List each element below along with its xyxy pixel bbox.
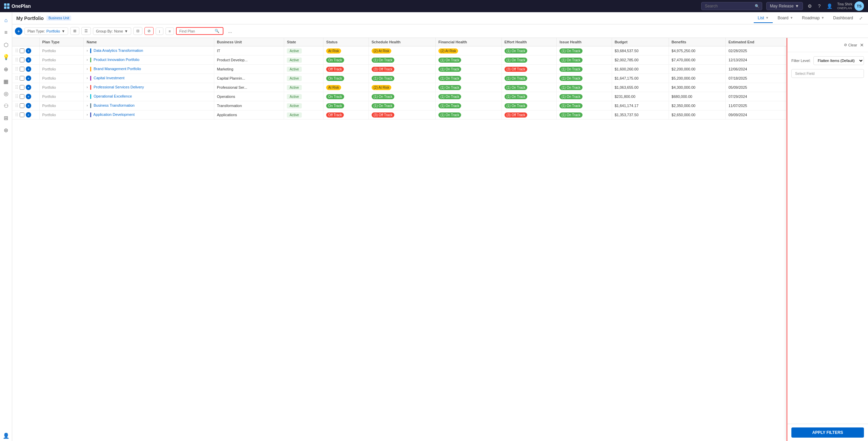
plan-name-link[interactable]: Product Innovation Portfolio [94, 58, 139, 62]
sidebar-item-plans[interactable]: ≡ [1, 27, 12, 38]
clear-filters-button[interactable]: ⊘ Clear [841, 41, 860, 48]
row-add-button[interactable]: + [26, 66, 31, 72]
plan-name-link[interactable]: Professional Services Delivery [94, 85, 144, 89]
drag-handle[interactable]: ⠿ [15, 94, 18, 99]
row-checkbox[interactable] [20, 112, 24, 117]
row-checkbox[interactable] [20, 67, 24, 71]
apply-filters-button[interactable]: APPLY FILTERS [791, 427, 864, 438]
drag-handle[interactable]: ⠿ [15, 103, 18, 108]
drag-handle[interactable]: ⠿ [15, 85, 18, 90]
row-add-button[interactable]: + [26, 57, 31, 63]
sidebar-item-calendar[interactable]: ▦ [1, 76, 12, 87]
issue-health-cell: (1) On Track [557, 65, 612, 74]
sidebar-item-globe[interactable]: ◎ [1, 88, 12, 99]
benefits-cell: $680,000.00 [669, 92, 726, 101]
tab-dashboard[interactable]: Dashboard [829, 14, 857, 23]
tab-list[interactable]: List ▼ [754, 14, 773, 23]
row-add-button[interactable]: + [26, 85, 31, 90]
state-badge: Active [287, 112, 301, 118]
row-checkbox[interactable] [20, 48, 24, 53]
row-checkbox[interactable] [20, 103, 24, 108]
benefits-value: $2,350,000.00 [672, 104, 695, 108]
plan-name-link[interactable]: Capital Investment [94, 76, 124, 80]
more-options-button[interactable]: ... [225, 27, 235, 35]
expand-view-button[interactable]: ⤢ [858, 15, 864, 22]
expand-arrow[interactable]: › [86, 85, 87, 89]
sidebar-item-resources[interactable]: ⬡ [1, 39, 12, 50]
benefits-value: $680,000.00 [672, 94, 692, 99]
drag-handle[interactable]: ⠿ [15, 76, 18, 81]
row-add-button[interactable]: + [26, 76, 31, 81]
financial-health-badge: (1) On Track [438, 103, 461, 108]
sidebar-item-ideas[interactable]: 💡 [1, 51, 12, 62]
row-actions-cell: ⠿ + [12, 83, 39, 92]
business-unit-cell: Product Develop... [214, 56, 284, 65]
filter-level-select[interactable]: Flatten Items (Default) [813, 56, 864, 65]
col-effort-health: Effort Health [501, 38, 557, 46]
expand-arrow[interactable]: › [86, 113, 87, 117]
plan-type-label: Plan Type: [27, 29, 45, 33]
density-button[interactable]: ≡ [165, 27, 174, 35]
expand-arrow[interactable]: › [86, 67, 87, 71]
add-item-button[interactable]: + [15, 27, 22, 35]
estimated-end-value: 11/07/2025 [728, 104, 747, 108]
list-view-button[interactable]: ☰ [81, 27, 91, 35]
group-by-selector[interactable]: Group By: None ▼ [93, 27, 131, 35]
expand-arrow[interactable]: › [86, 104, 87, 107]
avatar: TS [854, 1, 864, 11]
plan-name-cell: › Business Transformation [84, 101, 214, 110]
sidebar-item-people[interactable]: ⚇ [1, 100, 12, 111]
effort-health-cell: (1) On Track [501, 83, 557, 92]
drag-handle[interactable]: ⠿ [15, 112, 18, 118]
financial-health-cell: (2) At Risk [435, 46, 501, 56]
plan-name-link[interactable]: Brand Management Portfolio [94, 67, 141, 71]
columns-button[interactable]: ⊟ [133, 27, 142, 35]
plan-type-value: Portfolio [42, 67, 56, 71]
expand-arrow[interactable]: › [86, 76, 87, 80]
row-checkbox[interactable] [20, 58, 24, 62]
sidebar-item-integrations[interactable]: ⊛ [1, 125, 12, 135]
row-checkbox[interactable] [20, 94, 24, 99]
sidebar-item-settings[interactable]: ⊕ [1, 64, 12, 75]
close-filter-panel-button[interactable]: ✕ [860, 42, 864, 48]
expand-arrow[interactable]: › [86, 94, 87, 98]
sidebar-item-user[interactable]: 👤 [1, 430, 12, 441]
plan-name-link[interactable]: Application Development [93, 112, 135, 117]
tab-roadmap[interactable]: Roadmap ▼ [798, 14, 828, 23]
expand-arrow[interactable]: › [86, 58, 87, 62]
settings-icon[interactable]: ⚙ [806, 2, 813, 10]
find-plan-input[interactable] [179, 29, 213, 33]
effort-health-badge: (3) Off Track [505, 67, 527, 72]
plan-type-cell: Portfolio [39, 110, 84, 120]
row-checkbox[interactable] [20, 85, 24, 90]
card-view-button[interactable]: ⊞ [70, 27, 79, 35]
estimated-end-value: 09/09/2024 [728, 113, 747, 117]
row-add-button[interactable]: + [26, 112, 31, 118]
global-search: 🔍 [701, 2, 762, 10]
filter-button[interactable]: ⊘ [144, 27, 154, 35]
sidebar-item-reports[interactable]: ⊞ [1, 112, 12, 123]
row-add-button[interactable]: + [26, 48, 31, 54]
plan-name-link[interactable]: Data Analytics Transformation [94, 48, 143, 52]
tab-board[interactable]: Board ▼ [773, 14, 797, 23]
drag-handle[interactable]: ⠿ [15, 48, 18, 54]
row-add-button[interactable]: + [26, 103, 31, 108]
plan-type-selector[interactable]: Plan Type: Portfolio ▼ [24, 27, 68, 35]
search-input[interactable] [701, 2, 762, 10]
plan-name-link[interactable]: Business Transformation [94, 103, 135, 107]
select-field-dropdown[interactable]: Select Field [791, 69, 864, 78]
status-cell: On Track [323, 74, 369, 83]
expand-arrow[interactable]: › [86, 49, 87, 52]
help-icon[interactable]: ? [817, 2, 822, 10]
drag-handle[interactable]: ⠿ [15, 57, 18, 63]
plan-name-link[interactable]: Operational Excellence [94, 94, 132, 98]
sort-button[interactable]: ↕ [156, 27, 164, 35]
drag-handle[interactable]: ⠿ [15, 66, 18, 72]
notifications-icon[interactable]: 👤 [825, 2, 834, 10]
row-checkbox[interactable] [20, 76, 24, 81]
estimated-end-value: 02/28/2025 [728, 49, 747, 53]
effort-health-cell: (1) On Track [501, 74, 557, 83]
sidebar-item-home[interactable]: ⌂ [1, 15, 12, 26]
release-button[interactable]: May Release ▼ [766, 2, 803, 10]
row-add-button[interactable]: + [26, 94, 31, 99]
